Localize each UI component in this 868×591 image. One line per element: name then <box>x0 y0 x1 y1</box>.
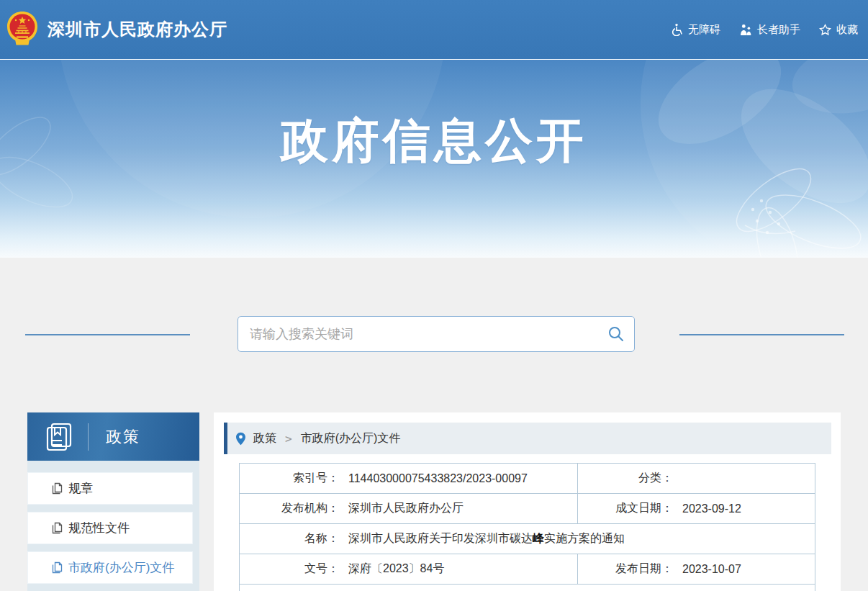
accessibility-link[interactable]: 无障碍 <box>671 23 720 37</box>
written-date-cell: 成文日期： 2023-09-12 <box>578 494 815 523</box>
sidebar-header: 政策 <box>27 412 199 461</box>
document-name-cell: 名称： 深圳市人民政府关于印发深圳市碳达峰实施方案的通知 <box>240 524 815 554</box>
search-box <box>238 316 635 352</box>
agency-value: 深圳市人民政府办公厅 <box>339 501 464 516</box>
index-number-label: 索引号： <box>240 471 339 486</box>
main-panel: 政策 > 市政府(办公厅)文件 索引号： 114403000075433823/… <box>214 412 841 591</box>
location-pin-icon <box>235 432 246 446</box>
sidebar-item-municipal-government-documents[interactable]: 市政府(办公厅)文件 <box>27 551 193 584</box>
doc-number-label: 文号： <box>240 561 339 577</box>
table-row: 发布机构： 深圳市人民政府办公厅 成文日期： 2023-09-12 <box>240 494 815 524</box>
written-date-label: 成文日期： <box>578 501 673 516</box>
breadcrumb-current[interactable]: 市政府(办公厅)文件 <box>301 431 401 446</box>
breadcrumb: 政策 > 市政府(办公厅)文件 <box>224 423 831 454</box>
header-divider <box>88 423 89 451</box>
table-row-partial <box>240 585 815 591</box>
publish-date-cell: 发布日期： 2023-10-07 <box>578 554 815 584</box>
publish-date-label: 发布日期： <box>578 561 673 577</box>
table-row: 索引号： 114403000075433823/2023-00097 分类： <box>240 464 815 494</box>
national-emblem-icon <box>6 11 39 48</box>
empty-cell <box>240 585 815 591</box>
sidebar-item-regulations[interactable]: 规章 <box>27 472 193 505</box>
topbar: 深圳市人民政府办公厅 无障碍 长者助手 <box>0 0 868 59</box>
sidebar-item-label: 规范性文件 <box>68 520 130 536</box>
favorite-link[interactable]: 收藏 <box>819 23 858 37</box>
decorative-line-right <box>679 334 844 335</box>
accessibility-icon <box>671 23 683 36</box>
publish-date-value: 2023-10-07 <box>673 563 741 576</box>
agency-label: 发布机构： <box>240 501 339 516</box>
search-button[interactable] <box>598 317 634 351</box>
star-icon <box>819 24 831 36</box>
document-icon <box>52 522 63 534</box>
breadcrumb-separator: > <box>285 432 292 446</box>
site-title[interactable]: 深圳市人民政府办公厅 <box>48 18 227 41</box>
elder-assist-label: 长者助手 <box>757 23 800 37</box>
search-input[interactable] <box>238 317 598 351</box>
name-suffix: 实施方案的通知 <box>544 532 625 544</box>
category-cell: 分类： <box>578 464 815 493</box>
search-icon <box>607 325 625 343</box>
decorative-line-left <box>25 334 190 335</box>
topbar-links: 无障碍 长者助手 收藏 <box>671 23 858 37</box>
written-date-value: 2023-09-12 <box>673 502 741 515</box>
favorite-label: 收藏 <box>836 23 858 37</box>
document-info-table: 索引号： 114403000075433823/2023-00097 分类： 发… <box>239 463 815 591</box>
document-icon <box>52 482 63 495</box>
table-row: 文号： 深府〔2023〕84号 发布日期： 2023-10-07 <box>240 554 815 585</box>
sidebar: 政策 规章 规范性文件 <box>27 412 199 591</box>
index-number-cell: 索引号： 114403000075433823/2023-00097 <box>240 464 578 493</box>
accessibility-label: 无障碍 <box>688 23 720 37</box>
index-number-value: 114403000075433823/2023-00097 <box>339 472 528 485</box>
agency-cell: 发布机构： 深圳市人民政府办公厅 <box>240 494 578 523</box>
doc-number-cell: 文号： 深府〔2023〕84号 <box>240 554 578 584</box>
document-name-label: 名称： <box>240 531 339 546</box>
sidebar-header-label: 政策 <box>106 426 140 448</box>
policy-book-icon <box>43 421 75 453</box>
breadcrumb-root[interactable]: 政策 <box>253 431 276 446</box>
doc-number-value: 深府〔2023〕84号 <box>339 561 444 577</box>
sidebar-menu: 规章 规范性文件 市政府(办公厅)文件 <box>27 461 199 591</box>
banner: 政府信息公开 <box>0 59 868 258</box>
elder-assist-icon <box>739 24 752 36</box>
sidebar-item-label: 规章 <box>68 480 93 497</box>
category-label: 分类： <box>578 471 673 486</box>
name-highlighted-keyword: 峰 <box>533 532 544 544</box>
document-icon <box>52 561 63 574</box>
page-title: 政府信息公开 <box>0 60 868 173</box>
table-row: 名称： 深圳市人民政府关于印发深圳市碳达峰实施方案的通知 <box>240 524 815 554</box>
elder-assist-link[interactable]: 长者助手 <box>739 23 800 37</box>
sidebar-item-normative-documents[interactable]: 规范性文件 <box>27 512 193 544</box>
sidebar-item-label: 市政府(办公厅)文件 <box>68 559 174 576</box>
document-name-value: 深圳市人民政府关于印发深圳市碳达峰实施方案的通知 <box>339 531 625 546</box>
name-prefix: 深圳市人民政府关于印发深圳市碳达 <box>348 532 533 544</box>
